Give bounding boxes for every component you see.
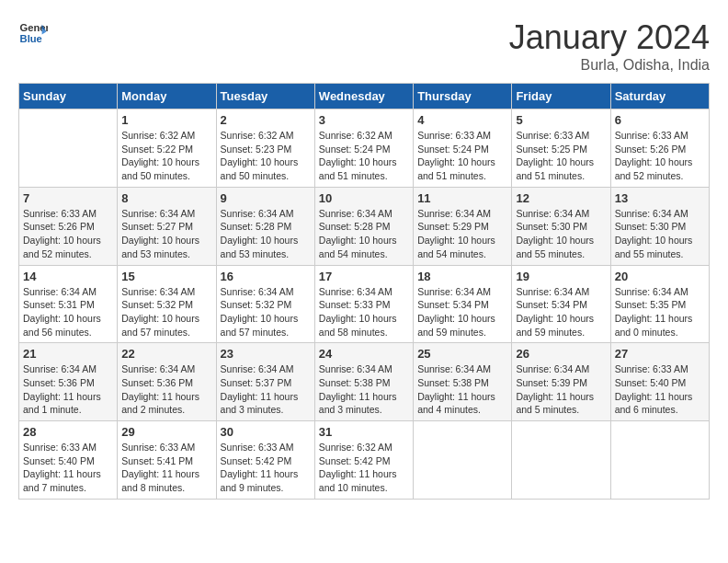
calendar-week-row: 1Sunrise: 6:32 AM Sunset: 5:22 PM Daylig… (19, 109, 710, 188)
month-title: January 2024 (509, 18, 710, 57)
calendar-cell: 25Sunrise: 6:34 AM Sunset: 5:38 PM Dayli… (414, 343, 512, 421)
column-header-sunday: Sunday (19, 84, 118, 109)
calendar-cell: 31Sunrise: 6:32 AM Sunset: 5:42 PM Dayli… (314, 421, 413, 500)
calendar-cell: 18Sunrise: 6:34 AM Sunset: 5:34 PM Dayli… (414, 265, 512, 343)
day-info: Sunrise: 6:32 AM Sunset: 5:24 PM Dayligh… (319, 129, 409, 183)
day-number: 27 (615, 347, 705, 361)
location-subtitle: Burla, Odisha, India (509, 57, 710, 74)
day-number: 24 (319, 347, 409, 361)
day-number: 10 (319, 191, 409, 205)
day-info: Sunrise: 6:33 AM Sunset: 5:25 PM Dayligh… (516, 129, 606, 183)
calendar-cell: 28Sunrise: 6:33 AM Sunset: 5:40 PM Dayli… (19, 421, 118, 500)
day-info: Sunrise: 6:34 AM Sunset: 5:34 PM Dayligh… (417, 285, 507, 339)
calendar-cell: 9Sunrise: 6:34 AM Sunset: 5:28 PM Daylig… (216, 187, 314, 265)
column-header-thursday: Thursday (414, 84, 512, 109)
day-info: Sunrise: 6:34 AM Sunset: 5:36 PM Dayligh… (23, 362, 113, 417)
calendar-cell (414, 421, 512, 500)
day-number: 30 (221, 425, 311, 439)
day-number: 14 (23, 270, 113, 283)
day-number: 4 (417, 113, 507, 127)
day-number: 15 (121, 270, 211, 283)
day-info: Sunrise: 6:34 AM Sunset: 5:32 PM Dayligh… (121, 285, 211, 339)
day-number: 21 (23, 347, 113, 361)
calendar-cell: 21Sunrise: 6:34 AM Sunset: 5:36 PM Dayli… (19, 343, 118, 421)
logo: General Blue (18, 18, 48, 48)
calendar-cell: 10Sunrise: 6:34 AM Sunset: 5:28 PM Dayli… (314, 187, 413, 265)
day-info: Sunrise: 6:34 AM Sunset: 5:38 PM Dayligh… (417, 362, 507, 417)
day-number: 19 (516, 270, 606, 283)
column-header-monday: Monday (118, 84, 216, 109)
calendar-cell: 6Sunrise: 6:33 AM Sunset: 5:26 PM Daylig… (610, 109, 709, 188)
day-info: Sunrise: 6:34 AM Sunset: 5:31 PM Dayligh… (23, 285, 113, 339)
calendar-table: SundayMondayTuesdayWednesdayThursdayFrid… (18, 83, 710, 500)
day-number: 16 (221, 270, 311, 283)
calendar-cell: 24Sunrise: 6:34 AM Sunset: 5:38 PM Dayli… (314, 343, 413, 421)
day-number: 12 (516, 191, 606, 205)
calendar-week-row: 7Sunrise: 6:33 AM Sunset: 5:26 PM Daylig… (19, 187, 710, 265)
calendar-cell: 13Sunrise: 6:34 AM Sunset: 5:30 PM Dayli… (610, 187, 709, 265)
day-number: 6 (615, 113, 705, 127)
day-info: Sunrise: 6:34 AM Sunset: 5:36 PM Dayligh… (121, 362, 211, 417)
day-info: Sunrise: 6:33 AM Sunset: 5:26 PM Dayligh… (615, 129, 705, 183)
day-info: Sunrise: 6:33 AM Sunset: 5:41 PM Dayligh… (121, 441, 211, 495)
day-number: 7 (23, 191, 113, 205)
day-number: 31 (319, 425, 409, 439)
calendar-cell: 20Sunrise: 6:34 AM Sunset: 5:35 PM Dayli… (610, 265, 709, 343)
calendar-cell: 7Sunrise: 6:33 AM Sunset: 5:26 PM Daylig… (19, 187, 118, 265)
day-info: Sunrise: 6:34 AM Sunset: 5:28 PM Dayligh… (221, 207, 311, 261)
calendar-week-row: 14Sunrise: 6:34 AM Sunset: 5:31 PM Dayli… (19, 265, 710, 343)
day-number: 20 (615, 270, 705, 283)
day-info: Sunrise: 6:34 AM Sunset: 5:30 PM Dayligh… (516, 207, 606, 261)
title-block: January 2024 Burla, Odisha, India (509, 18, 710, 74)
calendar-week-row: 21Sunrise: 6:34 AM Sunset: 5:36 PM Dayli… (19, 343, 710, 421)
column-header-friday: Friday (512, 84, 610, 109)
calendar-cell: 12Sunrise: 6:34 AM Sunset: 5:30 PM Dayli… (512, 187, 610, 265)
calendar-cell: 19Sunrise: 6:34 AM Sunset: 5:34 PM Dayli… (512, 265, 610, 343)
svg-text:Blue: Blue (20, 33, 42, 44)
day-info: Sunrise: 6:34 AM Sunset: 5:30 PM Dayligh… (615, 207, 705, 261)
day-info: Sunrise: 6:34 AM Sunset: 5:38 PM Dayligh… (319, 362, 409, 417)
calendar-cell: 4Sunrise: 6:33 AM Sunset: 5:24 PM Daylig… (414, 109, 512, 188)
calendar-cell: 11Sunrise: 6:34 AM Sunset: 5:29 PM Dayli… (414, 187, 512, 265)
calendar-cell: 27Sunrise: 6:33 AM Sunset: 5:40 PM Dayli… (610, 343, 709, 421)
calendar-cell (512, 421, 610, 500)
calendar-header-row: SundayMondayTuesdayWednesdayThursdayFrid… (19, 84, 710, 109)
calendar-cell: 8Sunrise: 6:34 AM Sunset: 5:27 PM Daylig… (118, 187, 216, 265)
day-number: 8 (121, 191, 211, 205)
day-info: Sunrise: 6:34 AM Sunset: 5:27 PM Dayligh… (121, 207, 211, 261)
logo-icon: General Blue (18, 18, 48, 48)
day-info: Sunrise: 6:34 AM Sunset: 5:28 PM Dayligh… (319, 207, 409, 261)
column-header-saturday: Saturday (610, 84, 709, 109)
calendar-cell: 1Sunrise: 6:32 AM Sunset: 5:22 PM Daylig… (118, 109, 216, 188)
day-number: 1 (121, 113, 211, 127)
calendar-cell: 23Sunrise: 6:34 AM Sunset: 5:37 PM Dayli… (216, 343, 314, 421)
day-number: 28 (23, 425, 113, 439)
day-number: 5 (516, 113, 606, 127)
day-info: Sunrise: 6:33 AM Sunset: 5:26 PM Dayligh… (23, 207, 113, 261)
column-header-wednesday: Wednesday (314, 84, 413, 109)
day-number: 22 (121, 347, 211, 361)
day-number: 2 (221, 113, 311, 127)
calendar-cell: 16Sunrise: 6:34 AM Sunset: 5:32 PM Dayli… (216, 265, 314, 343)
day-info: Sunrise: 6:34 AM Sunset: 5:39 PM Dayligh… (516, 362, 606, 417)
calendar-cell: 3Sunrise: 6:32 AM Sunset: 5:24 PM Daylig… (314, 109, 413, 188)
day-info: Sunrise: 6:32 AM Sunset: 5:23 PM Dayligh… (221, 129, 311, 183)
day-info: Sunrise: 6:32 AM Sunset: 5:42 PM Dayligh… (319, 441, 409, 495)
day-number: 13 (615, 191, 705, 205)
calendar-cell: 30Sunrise: 6:33 AM Sunset: 5:42 PM Dayli… (216, 421, 314, 500)
calendar-cell: 15Sunrise: 6:34 AM Sunset: 5:32 PM Dayli… (118, 265, 216, 343)
day-info: Sunrise: 6:32 AM Sunset: 5:22 PM Dayligh… (121, 129, 211, 183)
day-number: 26 (516, 347, 606, 361)
day-info: Sunrise: 6:33 AM Sunset: 5:40 PM Dayligh… (615, 362, 705, 417)
calendar-cell (610, 421, 709, 500)
day-info: Sunrise: 6:34 AM Sunset: 5:34 PM Dayligh… (516, 285, 606, 339)
day-info: Sunrise: 6:34 AM Sunset: 5:32 PM Dayligh… (221, 285, 311, 339)
day-number: 3 (319, 113, 409, 127)
calendar-cell: 22Sunrise: 6:34 AM Sunset: 5:36 PM Dayli… (118, 343, 216, 421)
calendar-week-row: 28Sunrise: 6:33 AM Sunset: 5:40 PM Dayli… (19, 421, 710, 500)
day-info: Sunrise: 6:34 AM Sunset: 5:29 PM Dayligh… (417, 207, 507, 261)
page-header: General Blue January 2024 Burla, Odisha,… (18, 18, 710, 74)
calendar-cell: 2Sunrise: 6:32 AM Sunset: 5:23 PM Daylig… (216, 109, 314, 188)
day-info: Sunrise: 6:34 AM Sunset: 5:33 PM Dayligh… (319, 285, 409, 339)
day-number: 29 (121, 425, 211, 439)
